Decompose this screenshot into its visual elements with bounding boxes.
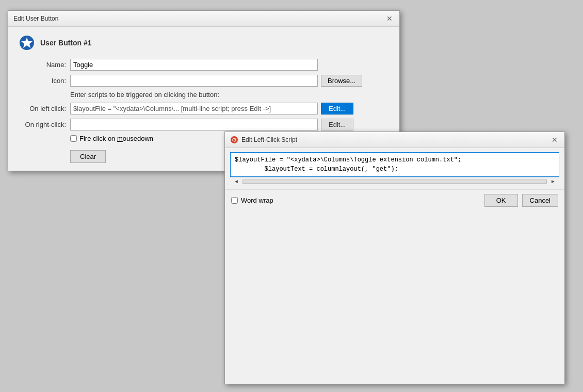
- edit-user-close-button[interactable]: ✕: [385, 14, 394, 23]
- right-click-input[interactable]: [70, 119, 318, 130]
- user-button-header: User Button #1: [19, 35, 389, 51]
- script-dialog: ⚙ Edit Left-Click Script ✕ ◄ ► Word wrap…: [224, 132, 565, 384]
- edit-user-titlebar: Edit User Button ✕: [8, 11, 399, 27]
- right-click-label: On right-click:: [19, 121, 70, 128]
- edit-user-title: Edit User Button: [13, 15, 58, 22]
- fire-click-underline: m: [117, 135, 123, 142]
- user-button-title: User Button #1: [40, 39, 92, 47]
- horizontal-scrollbar: ◄ ►: [230, 177, 559, 185]
- left-click-row: On left click: Edit...: [19, 103, 389, 115]
- right-click-row: On right-click: Edit...: [19, 119, 389, 130]
- code-textarea[interactable]: [230, 152, 559, 177]
- footer-right: OK Cancel: [484, 194, 558, 207]
- scroll-left-arrow[interactable]: ◄: [232, 178, 240, 184]
- left-click-edit-button[interactable]: Edit...: [321, 103, 353, 115]
- right-click-edit-button[interactable]: Edit...: [321, 119, 353, 130]
- star-icon: [19, 35, 35, 51]
- scroll-right-arrow[interactable]: ►: [549, 178, 557, 184]
- script-close-button[interactable]: ✕: [550, 135, 559, 144]
- cancel-button[interactable]: Cancel: [522, 194, 558, 207]
- name-row: Name:: [19, 59, 389, 71]
- footer-left: Word wrap: [231, 197, 273, 204]
- icon-input[interactable]: [70, 75, 318, 87]
- script-dialog-footer: Word wrap OK Cancel: [225, 189, 564, 211]
- scroll-track[interactable]: [242, 179, 547, 184]
- code-area-wrapper: ◄ ►: [225, 148, 564, 189]
- ok-button[interactable]: OK: [484, 194, 518, 207]
- name-label: Name:: [19, 61, 70, 69]
- icon-row: Icon: Browse...: [19, 75, 389, 87]
- svg-text:⚙: ⚙: [232, 137, 237, 143]
- scripts-instruction: Enter scripts to be triggered on clickin…: [70, 91, 389, 99]
- left-click-label: On left click:: [19, 105, 70, 112]
- browse-button[interactable]: Browse...: [321, 75, 362, 87]
- icon-label: Icon:: [19, 77, 70, 85]
- word-wrap-label: Word wrap: [241, 197, 273, 204]
- script-gear-icon: ⚙: [230, 136, 238, 144]
- script-dialog-title: Edit Left-Click Script: [241, 136, 297, 143]
- clear-button[interactable]: Clear: [70, 150, 106, 163]
- fire-click-checkbox[interactable]: [70, 135, 77, 142]
- word-wrap-checkbox[interactable]: [231, 197, 238, 204]
- script-dialog-titlebar: ⚙ Edit Left-Click Script ✕: [225, 132, 564, 148]
- name-input[interactable]: [70, 59, 318, 71]
- left-click-input[interactable]: [70, 103, 318, 115]
- fire-click-label: Fire click on mousedown: [79, 135, 153, 142]
- script-title-left: ⚙ Edit Left-Click Script: [230, 136, 297, 144]
